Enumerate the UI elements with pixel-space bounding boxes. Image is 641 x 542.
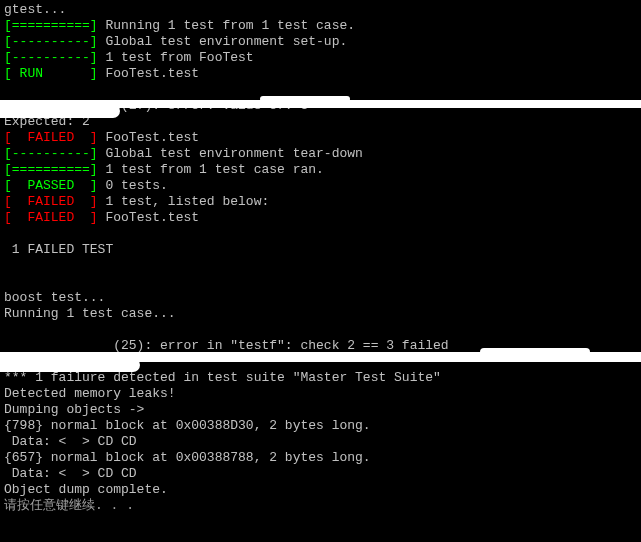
gtest-env-teardown: [----------] Global test environment tea… <box>4 146 637 162</box>
gtest-failed-2: [ FAILED ] 1 test, listed below: <box>4 194 637 210</box>
boost-leaks: Detected memory leaks! <box>4 386 637 402</box>
sep-icon: [==========] <box>4 18 98 33</box>
boost-failure: *** 1 failure detected in test suite "Ma… <box>4 370 637 386</box>
gtest-suite: [----------] 1 test from FooTest <box>4 50 637 66</box>
text: 1 test, listed below: <box>98 194 270 209</box>
blank <box>4 258 637 274</box>
blank <box>4 226 637 242</box>
failed-label: [ FAILED ] <box>4 194 98 209</box>
text: 0 tests. <box>98 178 168 193</box>
boost-dumping: Dumping objects -> <box>4 402 637 418</box>
text: FooTest.test <box>98 210 199 225</box>
press-any-key-prompt[interactable]: 请按任意键继续. . . <box>4 498 637 514</box>
blank <box>4 322 637 338</box>
gtest-header: gtest... <box>4 2 637 18</box>
text: (25): error in "testf": check 2 == 3 fai… <box>113 338 448 353</box>
redaction-blob-2b <box>0 358 140 372</box>
sep-icon: [==========] <box>4 162 98 177</box>
redaction-blob-1c <box>260 96 350 102</box>
gtest-failed-3: [ FAILED ] FooTest.test <box>4 210 637 226</box>
sep-icon: [----------] <box>4 146 98 161</box>
redaction-blob-2c <box>480 348 590 356</box>
boost-data2: Data: < > CD CD <box>4 466 637 482</box>
boost-block2: {657} normal block at 0x00388788, 2 byte… <box>4 450 637 466</box>
gtest-run-test: [ RUN ] FooTest.test <box>4 66 637 82</box>
boost-block1: {798} normal block at 0x00388D30, 2 byte… <box>4 418 637 434</box>
text: 1 test from 1 test case ran. <box>98 162 324 177</box>
boost-running: Running 1 test case... <box>4 306 637 322</box>
failed-label: [ FAILED ] <box>4 130 98 145</box>
redaction-blob-1b <box>0 104 120 118</box>
passed-label: [ PASSED ] <box>4 178 98 193</box>
text: FooTest.test <box>98 66 199 81</box>
text: Global test environment tear-down <box>98 146 363 161</box>
run-label: [ RUN ] <box>4 66 98 81</box>
text: Global test environment set-up. <box>98 34 348 49</box>
gtest-ran: [==========] 1 test from 1 test case ran… <box>4 162 637 178</box>
boost-complete: Object dump complete. <box>4 482 637 498</box>
sep-icon: [----------] <box>4 50 98 65</box>
gtest-failed-1: [ FAILED ] FooTest.test <box>4 130 637 146</box>
gtest-passed: [ PASSED ] 0 tests. <box>4 178 637 194</box>
text: 1 test from FooTest <box>98 50 254 65</box>
text: FooTest.test <box>98 130 199 145</box>
gtest-summary: 1 FAILED TEST <box>4 242 637 258</box>
terminal-output: gtest... [==========] Running 1 test fro… <box>4 2 637 514</box>
boost-header: boost test... <box>4 290 637 306</box>
boost-data1: Data: < > CD CD <box>4 434 637 450</box>
gtest-env-setup: [----------] Global test environment set… <box>4 34 637 50</box>
text: Running 1 test from 1 test case. <box>98 18 355 33</box>
sep-icon: [----------] <box>4 34 98 49</box>
failed-label: [ FAILED ] <box>4 210 98 225</box>
blank <box>4 274 637 290</box>
gtest-running: [==========] Running 1 test from 1 test … <box>4 18 637 34</box>
